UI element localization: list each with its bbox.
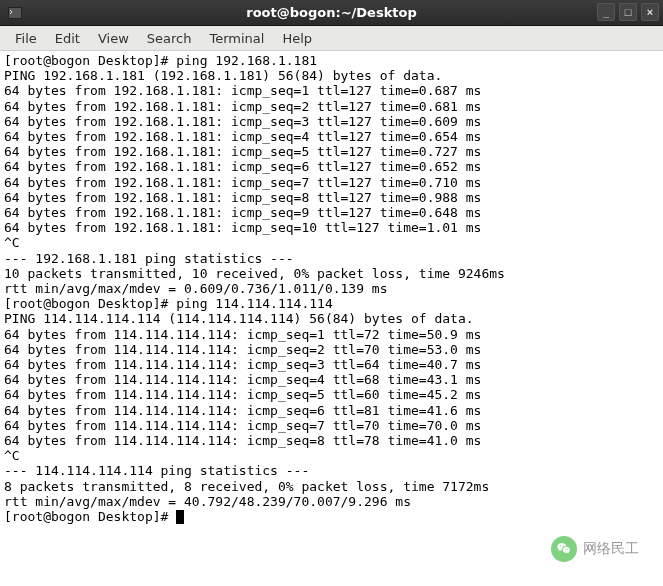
ping1-row: 64 bytes from 192.168.1.181: icmp_seq=9 … xyxy=(4,205,481,220)
ctrl-c: ^C xyxy=(4,448,20,463)
ping1-row: 64 bytes from 192.168.1.181: icmp_seq=1 … xyxy=(4,83,481,98)
stats1-summary: 10 packets transmitted, 10 received, 0% … xyxy=(4,266,505,281)
ping1-row: 64 bytes from 192.168.1.181: icmp_seq=7 … xyxy=(4,175,481,190)
menu-view[interactable]: View xyxy=(89,28,138,49)
ping2-row: 64 bytes from 114.114.114.114: icmp_seq=… xyxy=(4,403,481,418)
ping2-row: 64 bytes from 114.114.114.114: icmp_seq=… xyxy=(4,372,481,387)
ping1-row: 64 bytes from 192.168.1.181: icmp_seq=3 … xyxy=(4,114,481,129)
ping1-row: 64 bytes from 192.168.1.181: icmp_seq=10… xyxy=(4,220,481,235)
ping2-row: 64 bytes from 114.114.114.114: icmp_seq=… xyxy=(4,357,481,372)
close-button[interactable]: × xyxy=(641,3,659,21)
ping2-row: 64 bytes from 114.114.114.114: icmp_seq=… xyxy=(4,387,481,402)
prompt-line: [root@bogon Desktop]# ping 192.168.1.181 xyxy=(4,53,317,68)
stats2-rtt: rtt min/avg/max/mdev = 40.792/48.239/70.… xyxy=(4,494,411,509)
minimize-button[interactable]: _ xyxy=(597,3,615,21)
watermark: 网络民工 xyxy=(551,536,639,562)
stats2-summary: 8 packets transmitted, 8 received, 0% pa… xyxy=(4,479,489,494)
terminal-icon xyxy=(6,4,24,22)
cursor xyxy=(176,510,184,524)
ping1-row: 64 bytes from 192.168.1.181: icmp_seq=5 … xyxy=(4,144,481,159)
prompt-line: [root@bogon Desktop]# ping 114.114.114.1… xyxy=(4,296,333,311)
menu-edit[interactable]: Edit xyxy=(46,28,89,49)
titlebar: root@bogon:~/Desktop _ □ × xyxy=(0,0,663,26)
menubar: File Edit View Search Terminal Help xyxy=(0,26,663,51)
ping2-header: PING 114.114.114.114 (114.114.114.114) 5… xyxy=(4,311,474,326)
ping2-row: 64 bytes from 114.114.114.114: icmp_seq=… xyxy=(4,342,481,357)
ping2-row: 64 bytes from 114.114.114.114: icmp_seq=… xyxy=(4,433,481,448)
menu-file[interactable]: File xyxy=(6,28,46,49)
watermark-text: 网络民工 xyxy=(583,540,639,558)
prompt: [root@bogon Desktop]# xyxy=(4,296,176,311)
stats2-header: --- 114.114.114.114 ping statistics --- xyxy=(4,463,309,478)
prompt: [root@bogon Desktop]# xyxy=(4,53,176,68)
ping1-row: 64 bytes from 192.168.1.181: icmp_seq=2 … xyxy=(4,99,481,114)
ping1-row: 64 bytes from 192.168.1.181: icmp_seq=6 … xyxy=(4,159,481,174)
ping1-header: PING 192.168.1.181 (192.168.1.181) 56(84… xyxy=(4,68,442,83)
terminal-output[interactable]: [root@bogon Desktop]# ping 192.168.1.181… xyxy=(0,51,663,586)
menu-search[interactable]: Search xyxy=(138,28,201,49)
command-1: ping 192.168.1.181 xyxy=(176,53,317,68)
wechat-icon xyxy=(551,536,577,562)
command-2: ping 114.114.114.114 xyxy=(176,296,333,311)
prompt-line: [root@bogon Desktop]# xyxy=(4,509,184,524)
ping1-row: 64 bytes from 192.168.1.181: icmp_seq=8 … xyxy=(4,190,481,205)
stats1-header: --- 192.168.1.181 ping statistics --- xyxy=(4,251,294,266)
window-title: root@bogon:~/Desktop xyxy=(246,5,417,20)
ping2-row: 64 bytes from 114.114.114.114: icmp_seq=… xyxy=(4,327,481,342)
ctrl-c: ^C xyxy=(4,235,20,250)
window-controls: _ □ × xyxy=(597,3,659,21)
maximize-button[interactable]: □ xyxy=(619,3,637,21)
stats1-rtt: rtt min/avg/max/mdev = 0.609/0.736/1.011… xyxy=(4,281,388,296)
prompt: [root@bogon Desktop]# xyxy=(4,509,176,524)
menu-help[interactable]: Help xyxy=(273,28,321,49)
ping2-row: 64 bytes from 114.114.114.114: icmp_seq=… xyxy=(4,418,481,433)
ping1-row: 64 bytes from 192.168.1.181: icmp_seq=4 … xyxy=(4,129,481,144)
menu-terminal[interactable]: Terminal xyxy=(200,28,273,49)
